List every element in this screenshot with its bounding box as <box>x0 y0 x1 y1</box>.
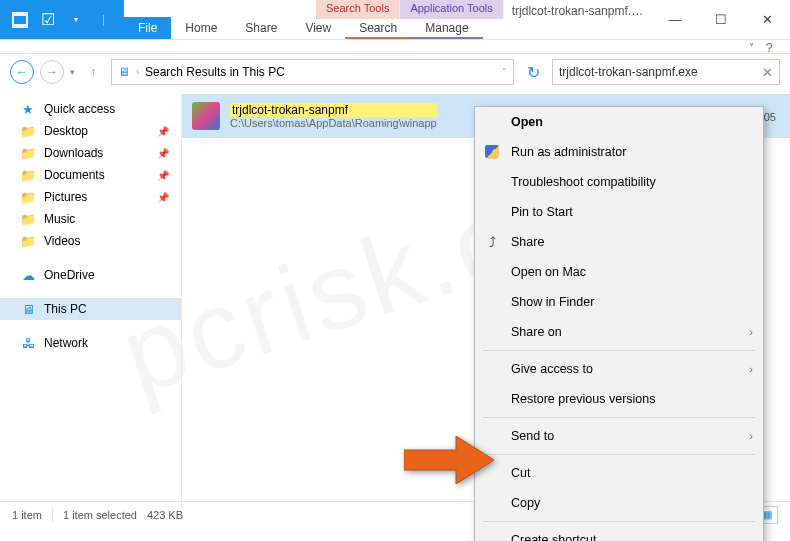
qat-dropdown-icon[interactable]: ▾ <box>64 8 88 32</box>
menu-separator <box>483 417 755 418</box>
chevron-right-icon: › <box>749 363 753 375</box>
folder-icon: 📁 <box>20 189 36 205</box>
menu-label: Open <box>511 115 543 129</box>
menu-cut[interactable]: Cut <box>475 458 763 488</box>
sidebar-onedrive[interactable]: ☁OneDrive <box>16 264 181 286</box>
menu-label: Run as administrator <box>511 145 626 159</box>
folder-icon: 📁 <box>20 123 36 139</box>
sidebar-item-downloads[interactable]: 📁Downloads📌 <box>16 142 181 164</box>
menu-share[interactable]: ⤴Share <box>475 227 763 257</box>
file-name: trjdlcot-trokan-sanpmf <box>230 103 437 117</box>
chevron-down-icon[interactable]: ˅ <box>502 67 507 77</box>
sidebar-label: Network <box>44 336 88 350</box>
network-icon: 🖧 <box>20 335 36 351</box>
menu-label: Pin to Start <box>511 205 573 219</box>
breadcrumb-label: Search Results in This PC <box>145 65 285 79</box>
file-date-value: 05 <box>764 111 776 123</box>
status-size: 423 KB <box>147 509 183 521</box>
menu-restore-versions[interactable]: Restore previous versions <box>475 384 763 414</box>
menu-give-access[interactable]: Give access to› <box>475 354 763 384</box>
menu-label: Send to <box>511 429 554 443</box>
sidebar-quick-access[interactable]: ★Quick access <box>16 98 181 120</box>
menu-share-on[interactable]: Share on› <box>475 317 763 347</box>
contextual-tab-application-tools: Application Tools <box>400 0 503 19</box>
pin-icon: 📌 <box>157 126 169 137</box>
quick-access-toolbar: ☑ ▾ │ <box>0 0 124 39</box>
sidebar-label: Videos <box>44 234 80 248</box>
menu-troubleshoot[interactable]: Troubleshoot compatibility <box>475 167 763 197</box>
svg-marker-2 <box>404 436 494 484</box>
menu-create-shortcut[interactable]: Create shortcut <box>475 525 763 541</box>
address-bar-row: ← → ▾ ↑ 🖥 › Search Results in This PC ˅ … <box>0 54 790 90</box>
sidebar-network[interactable]: 🖧Network <box>16 332 181 354</box>
sidebar-item-desktop[interactable]: 📁Desktop📌 <box>16 120 181 142</box>
refresh-button[interactable]: ↻ <box>520 63 546 82</box>
nav-up-button[interactable]: ↑ <box>81 60 105 84</box>
folder-icon: 📁 <box>20 233 36 249</box>
menu-open[interactable]: Open <box>475 107 763 137</box>
sidebar-label: OneDrive <box>44 268 95 282</box>
sidebar-label: Desktop <box>44 124 88 138</box>
sidebar-label: Music <box>44 212 75 226</box>
qat-checkbox-icon[interactable]: ☑ <box>36 8 60 32</box>
ribbon-area: Search Tools Application Tools File Home… <box>124 0 504 39</box>
chevron-right-icon: › <box>749 326 753 338</box>
tab-file[interactable]: File <box>124 17 171 39</box>
sidebar-label: Quick access <box>44 102 115 116</box>
contextual-tab-search-tools: Search Tools <box>316 0 400 19</box>
titlebar: ☑ ▾ │ Search Tools Application Tools Fil… <box>0 0 790 40</box>
menu-label: Open on Mac <box>511 265 586 279</box>
tab-manage[interactable]: Manage <box>411 19 482 39</box>
chevron-right-icon: › <box>749 430 753 442</box>
ribbon-expand-icon[interactable]: ˅ <box>749 42 754 53</box>
navigation-pane: ★Quick access 📁Desktop📌 📁Downloads📌 📁Doc… <box>0 90 182 508</box>
menu-label: Cut <box>511 466 530 480</box>
clear-search-icon[interactable]: ✕ <box>762 65 773 80</box>
menu-label: Copy <box>511 496 540 510</box>
menu-send-to[interactable]: Send to› <box>475 421 763 451</box>
help-icon[interactable]: ? <box>760 40 784 55</box>
sidebar-item-videos[interactable]: 📁Videos <box>16 230 181 252</box>
pin-icon: 📌 <box>157 192 169 203</box>
menu-label: Share on <box>511 325 562 339</box>
status-selected: 1 item selected <box>63 509 137 521</box>
tab-home[interactable]: Home <box>171 19 231 39</box>
minimize-button[interactable]: ― <box>652 0 698 39</box>
sidebar-item-pictures[interactable]: 📁Pictures📌 <box>16 186 181 208</box>
search-input[interactable]: trjdlcot-trokan-sanpmf.exe ✕ <box>552 59 780 85</box>
shield-icon <box>483 143 501 161</box>
tab-view[interactable]: View <box>291 19 345 39</box>
maximize-button[interactable]: ☐ <box>698 0 744 39</box>
sidebar-item-music[interactable]: 📁Music <box>16 208 181 230</box>
menu-copy[interactable]: Copy <box>475 488 763 518</box>
menu-label: Restore previous versions <box>511 392 656 406</box>
app-icon <box>8 8 32 32</box>
sidebar-this-pc[interactable]: 🖥This PC <box>0 298 181 320</box>
menu-show-finder[interactable]: Show in Finder <box>475 287 763 317</box>
breadcrumb[interactable]: 🖥 › Search Results in This PC ˅ <box>111 59 514 85</box>
file-type-icon <box>192 102 220 130</box>
menu-pin-start[interactable]: Pin to Start <box>475 197 763 227</box>
nav-back-button[interactable]: ← <box>10 60 34 84</box>
menu-open-mac[interactable]: Open on Mac <box>475 257 763 287</box>
folder-icon: 📁 <box>20 211 36 227</box>
file-date: 05 <box>764 109 776 123</box>
window-controls: ― ☐ ✕ <box>652 0 790 39</box>
tab-search[interactable]: Search <box>345 19 411 39</box>
sidebar-label: Documents <box>44 168 105 182</box>
svg-rect-1 <box>14 16 26 24</box>
tab-share[interactable]: Share <box>231 19 291 39</box>
menu-separator <box>483 521 755 522</box>
folder-icon: 📁 <box>20 167 36 183</box>
sidebar-item-documents[interactable]: 📁Documents📌 <box>16 164 181 186</box>
sidebar-label: Pictures <box>44 190 87 204</box>
menu-run-as-admin[interactable]: Run as administrator <box>475 137 763 167</box>
status-count: 1 item <box>12 509 42 521</box>
file-path: C:\Users\tomas\AppData\Roaming\winapp <box>230 117 437 129</box>
divider <box>52 508 53 522</box>
sidebar-label: Downloads <box>44 146 103 160</box>
close-button[interactable]: ✕ <box>744 0 790 39</box>
nav-history-dropdown-icon[interactable]: ▾ <box>70 67 75 77</box>
pin-icon: 📌 <box>157 148 169 159</box>
menu-label: Troubleshoot compatibility <box>511 175 656 189</box>
